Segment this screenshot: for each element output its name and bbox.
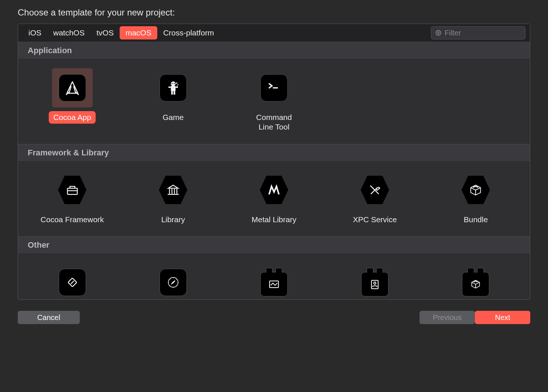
dialog-title: Choose a template for your new project: (0, 5, 548, 24)
tab-watchos[interactable]: watchOS (47, 26, 90, 39)
next-button[interactable]: Next (475, 311, 530, 324)
terminal-icon (254, 68, 294, 107)
svg-point-41 (475, 281, 476, 281)
template-label: Cocoa App (49, 111, 96, 124)
svg-point-11 (177, 84, 178, 85)
template-metal-library[interactable]: Metal Library (223, 167, 324, 228)
svg-point-13 (172, 83, 173, 84)
svg-rect-8 (171, 91, 173, 94)
applescript-icon (52, 263, 93, 299)
section-header-application: Application (18, 42, 530, 59)
section-grid-other: AppleScript App (18, 254, 530, 299)
template-label: Command Line Tool (253, 111, 296, 134)
cocoa-app-icon (52, 68, 93, 107)
tab-macos[interactable]: macOS (120, 26, 157, 39)
section-grid-framework: Cocoa Framework (18, 162, 530, 236)
template-bundle[interactable]: Bundle (425, 167, 526, 228)
template-safari-extension[interactable]: Safari Extension (123, 259, 223, 299)
cancel-button[interactable]: Cancel (18, 311, 80, 324)
toolbox-icon (52, 171, 93, 210)
svg-point-24 (473, 186, 475, 187)
kernel-icon (455, 263, 496, 299)
svg-point-40 (474, 281, 475, 282)
svg-point-10 (176, 82, 177, 84)
svg-point-25 (475, 185, 476, 186)
svg-point-39 (374, 282, 376, 284)
template-xpc-service[interactable]: XPC Service (325, 167, 425, 228)
template-contacts-action[interactable]: Contacts Action (325, 259, 425, 299)
svg-rect-9 (174, 91, 175, 94)
template-library[interactable]: Library (123, 167, 223, 228)
svg-line-34 (176, 285, 177, 286)
template-label: Metal Library (248, 213, 300, 226)
template-generic-kernel[interactable]: Generic Kernel (425, 259, 526, 299)
tab-ios[interactable]: iOS (23, 26, 47, 39)
filter-icon (435, 29, 442, 37)
svg-point-4 (171, 82, 175, 86)
svg-rect-16 (67, 188, 77, 195)
template-game[interactable]: Game (123, 65, 223, 136)
svg-line-36 (170, 285, 171, 286)
svg-rect-7 (175, 86, 178, 88)
new-project-dialog: Choose a template for your new project: … (0, 0, 548, 392)
section-grid-application: Cocoa App (18, 59, 530, 144)
template-scroll-area[interactable]: Application (18, 42, 530, 299)
contacts-icon (355, 263, 395, 299)
svg-line-23 (371, 186, 372, 187)
svg-point-12 (177, 85, 178, 86)
safari-icon (153, 263, 193, 299)
game-icon (153, 68, 193, 107)
library-icon (153, 171, 193, 210)
template-applescript-app[interactable]: AppleScript App (22, 259, 123, 299)
template-chooser-panel: iOS watchOS tvOS macOS Cross-platform Ap… (18, 24, 530, 300)
svg-rect-5 (171, 86, 175, 92)
svg-line-33 (170, 279, 171, 280)
filter-field[interactable] (431, 26, 525, 39)
tab-cross-platform[interactable]: Cross-platform (157, 26, 220, 39)
svg-point-26 (477, 186, 478, 187)
svg-rect-6 (168, 86, 171, 88)
svg-line-35 (176, 279, 177, 280)
metal-icon (254, 171, 294, 210)
bundle-icon (455, 171, 496, 210)
template-command-line-tool[interactable]: Command Line Tool (223, 65, 324, 136)
template-label: Cocoa Framework (37, 213, 108, 226)
section-header-other: Other (18, 236, 530, 254)
template-cocoa-framework[interactable]: Cocoa Framework (22, 167, 123, 228)
template-label: Bundle (460, 213, 492, 226)
template-automator-action[interactable]: Automator Action (223, 259, 324, 299)
tools-icon (355, 171, 395, 210)
template-label: XPC Service (349, 213, 401, 226)
filter-input[interactable] (445, 29, 521, 37)
platform-tabbar: iOS watchOS tvOS macOS Cross-platform (18, 24, 530, 42)
previous-button: Previous (419, 311, 475, 324)
automator-icon (254, 263, 294, 299)
dialog-footer: Cancel Previous Next (18, 311, 530, 324)
template-label: Game (159, 111, 187, 124)
section-header-framework: Framework & Library (18, 144, 530, 162)
svg-point-14 (174, 83, 175, 84)
template-label: Library (158, 213, 189, 226)
tab-tvos[interactable]: tvOS (90, 26, 120, 39)
svg-point-42 (477, 281, 477, 282)
template-cocoa-app[interactable]: Cocoa App (22, 65, 123, 136)
